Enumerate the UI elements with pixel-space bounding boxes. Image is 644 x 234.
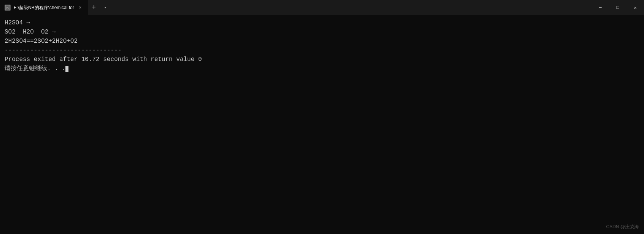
- terminal-window: PS F:\超级NB的程序\chemical for × + ▾ ─ □ ✕ H…: [0, 0, 644, 234]
- new-tab-button[interactable]: +: [88, 2, 100, 14]
- titlebar-left: PS F:\超级NB的程序\chemical for × + ▾: [0, 0, 111, 15]
- terminal-line-1: H2SO4 →: [5, 18, 639, 27]
- terminal-line-3: 2H2SO4==2SO2+2H2O+O2: [5, 37, 639, 46]
- terminal-line-2: SO2 H2O O2 →: [5, 27, 639, 37]
- active-tab[interactable]: PS F:\超级NB的程序\chemical for ×: [0, 0, 88, 15]
- close-button[interactable]: ✕: [627, 0, 644, 15]
- minimize-button[interactable]: ─: [592, 0, 609, 15]
- maximize-button[interactable]: □: [609, 0, 627, 15]
- terminal-line-5: Process exited after 10.72 seconds with …: [5, 55, 639, 64]
- svg-text:PS: PS: [6, 6, 9, 10]
- tab-icon: PS: [5, 5, 11, 11]
- tab-close-button[interactable]: ×: [77, 5, 83, 11]
- terminal-line-4: --------------------------------: [5, 46, 639, 55]
- watermark: CSDN @庄荣涛: [606, 223, 639, 230]
- titlebar: PS F:\超级NB的程序\chemical for × + ▾ ─ □ ✕: [0, 0, 644, 15]
- tab-dropdown-button[interactable]: ▾: [100, 2, 111, 13]
- terminal-body[interactable]: H2SO4 → SO2 H2O O2 → 2H2SO4==2SO2+2H2O+O…: [0, 15, 644, 234]
- window-controls: ─ □ ✕: [592, 0, 644, 15]
- tab-title: F:\超级NB的程序\chemical for: [14, 5, 74, 11]
- terminal-line-6: 请按任意键继续. . .: [5, 64, 639, 73]
- terminal-cursor: [65, 66, 68, 72]
